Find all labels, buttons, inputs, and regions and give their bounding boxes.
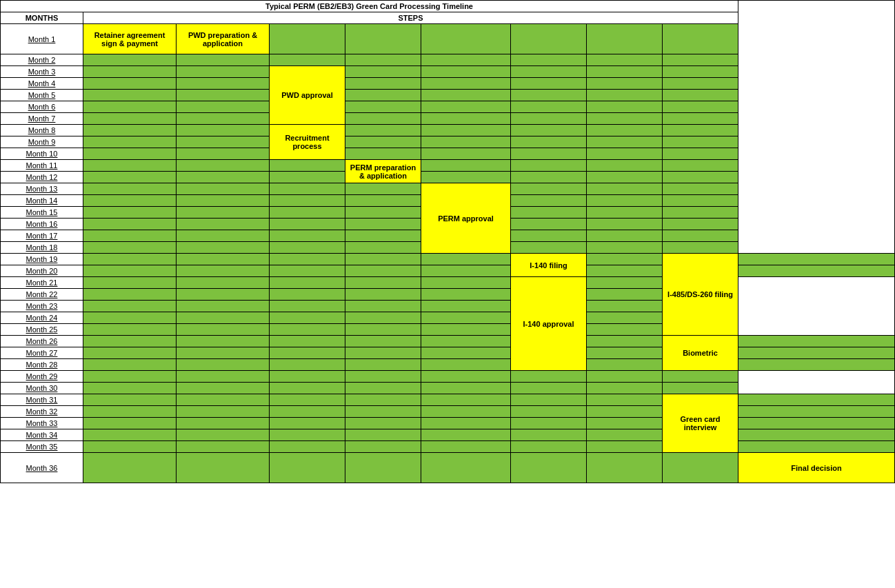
perm-prep-cell: PERM preparation & application bbox=[345, 160, 421, 183]
green-cell bbox=[345, 324, 421, 336]
green-cell bbox=[177, 453, 270, 483]
green-cell bbox=[345, 54, 421, 66]
green-cell bbox=[663, 453, 738, 483]
green-cell bbox=[177, 301, 270, 312]
green-cell bbox=[511, 125, 587, 136]
green-cell bbox=[345, 301, 421, 312]
month-label: Month 30 bbox=[1, 383, 83, 394]
green-cell bbox=[83, 54, 177, 66]
green-cell bbox=[587, 371, 663, 383]
table-row: Month 13 PERM approval bbox=[1, 183, 895, 195]
month-label: Month 13 bbox=[1, 183, 83, 195]
green-cell bbox=[270, 394, 345, 406]
green-cell bbox=[587, 172, 663, 183]
green-cell bbox=[177, 406, 270, 418]
green-cell bbox=[177, 160, 270, 172]
green-cell bbox=[587, 347, 663, 359]
green-cell bbox=[587, 383, 663, 394]
green-cell bbox=[738, 441, 895, 453]
green-cell bbox=[511, 230, 587, 242]
gc-interview-cell: Green card interview bbox=[663, 394, 738, 453]
green-cell bbox=[511, 195, 587, 207]
table-row: Month 21 I-140 approval bbox=[1, 277, 895, 289]
green-cell bbox=[663, 172, 738, 183]
green-cell bbox=[345, 383, 421, 394]
green-cell bbox=[83, 277, 177, 289]
green-cell bbox=[511, 78, 587, 90]
green-cell bbox=[587, 24, 663, 54]
green-cell bbox=[83, 406, 177, 418]
month-label: Month 22 bbox=[1, 289, 83, 301]
steps-header: STEPS bbox=[83, 12, 738, 24]
green-cell bbox=[587, 324, 663, 336]
green-cell bbox=[345, 242, 421, 254]
green-cell bbox=[83, 347, 177, 359]
green-cell bbox=[270, 230, 345, 242]
green-cell bbox=[177, 101, 270, 113]
green-cell bbox=[587, 312, 663, 324]
green-cell bbox=[511, 183, 587, 195]
month-label: Month 21 bbox=[1, 277, 83, 289]
green-cell bbox=[421, 301, 511, 312]
month-label: Month 27 bbox=[1, 347, 83, 359]
table-row: Month 3 PWD approval bbox=[1, 66, 895, 78]
green-cell bbox=[587, 183, 663, 195]
green-cell bbox=[587, 289, 663, 301]
green-cell bbox=[177, 371, 270, 383]
green-cell bbox=[421, 406, 511, 418]
green-cell bbox=[587, 160, 663, 172]
months-header: MONTHS bbox=[1, 12, 83, 24]
green-cell bbox=[663, 219, 738, 230]
green-cell bbox=[177, 254, 270, 265]
green-cell bbox=[83, 125, 177, 136]
green-cell bbox=[587, 136, 663, 148]
green-cell bbox=[511, 101, 587, 113]
green-cell bbox=[587, 219, 663, 230]
green-cell bbox=[421, 277, 511, 289]
retainer-cell: Retainer agreement sign & payment bbox=[83, 24, 177, 54]
green-cell bbox=[177, 230, 270, 242]
month-label: Month 12 bbox=[1, 172, 83, 183]
green-cell bbox=[270, 347, 345, 359]
month-label: Month 6 bbox=[1, 101, 83, 113]
month-label: Month 4 bbox=[1, 78, 83, 90]
green-cell bbox=[511, 207, 587, 219]
green-cell bbox=[511, 90, 587, 101]
green-cell bbox=[345, 90, 421, 101]
green-cell bbox=[83, 383, 177, 394]
green-cell bbox=[421, 78, 511, 90]
green-cell bbox=[345, 359, 421, 371]
green-cell bbox=[421, 347, 511, 359]
green-cell bbox=[511, 441, 587, 453]
month-label: Month 5 bbox=[1, 90, 83, 101]
green-cell bbox=[270, 453, 345, 483]
green-cell bbox=[587, 406, 663, 418]
green-cell bbox=[270, 418, 345, 429]
title-row: Typical PERM (EB2/EB3) Green Card Proces… bbox=[1, 1, 895, 12]
biometric-cell: Biometric bbox=[663, 336, 738, 371]
i140-filing-cell: I-140 filing bbox=[511, 254, 587, 277]
recruitment-cell: Recruitment process bbox=[270, 125, 345, 160]
green-cell bbox=[177, 90, 270, 101]
green-cell bbox=[738, 254, 895, 265]
table-row: Month 9 bbox=[1, 136, 895, 148]
green-cell bbox=[587, 301, 663, 312]
green-cell bbox=[270, 24, 345, 54]
green-cell bbox=[663, 230, 738, 242]
green-cell bbox=[270, 324, 345, 336]
green-cell bbox=[177, 183, 270, 195]
green-cell bbox=[177, 418, 270, 429]
month-label: Month 10 bbox=[1, 148, 83, 160]
month-label: Month 28 bbox=[1, 359, 83, 371]
month-label: Month 20 bbox=[1, 265, 83, 277]
month-label: Month 3 bbox=[1, 66, 83, 78]
table-row: Month 31 Green card interview bbox=[1, 394, 895, 406]
green-cell bbox=[345, 66, 421, 78]
green-cell bbox=[663, 90, 738, 101]
green-cell bbox=[421, 312, 511, 324]
green-cell bbox=[511, 418, 587, 429]
green-cell bbox=[83, 371, 177, 383]
green-cell bbox=[587, 265, 663, 277]
pwd-approval-cell: PWD approval bbox=[270, 66, 345, 125]
month-label: Month 15 bbox=[1, 207, 83, 219]
